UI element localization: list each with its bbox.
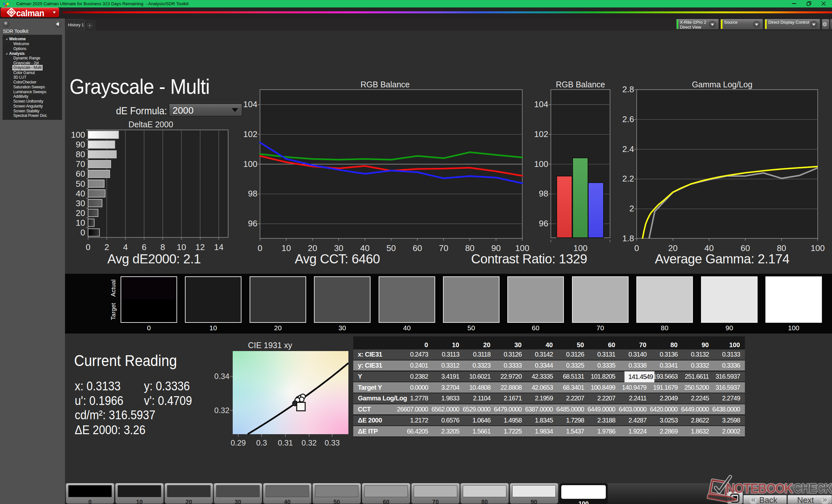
svg-text:6: 6 — [142, 242, 146, 252]
svg-text:0: 0 — [258, 243, 262, 253]
svg-text:0.3: 0.3 — [256, 439, 267, 447]
svg-text:12: 12 — [195, 242, 205, 252]
svg-text:102: 102 — [243, 129, 257, 139]
svg-text:60: 60 — [76, 169, 85, 178]
svg-text:96: 96 — [539, 219, 548, 228]
svg-text:4: 4 — [123, 242, 128, 252]
svg-text:40: 40 — [704, 243, 714, 253]
svg-text:40: 40 — [76, 189, 85, 198]
svg-text:100: 100 — [810, 243, 825, 253]
svg-text:20: 20 — [308, 243, 317, 253]
svg-text:0.32: 0.32 — [302, 439, 317, 447]
svg-text:Gamma Log/Log: Gamma Log/Log — [692, 80, 752, 89]
svg-text:10: 10 — [177, 242, 186, 252]
svg-text:50: 50 — [76, 179, 85, 189]
svg-text:0: 0 — [634, 243, 639, 253]
svg-text:2.2: 2.2 — [622, 174, 634, 184]
svg-text:80: 80 — [76, 149, 85, 159]
svg-text:14: 14 — [214, 242, 224, 252]
svg-text:100: 100 — [71, 130, 85, 140]
svg-text:10: 10 — [282, 243, 291, 253]
svg-text:0.33: 0.33 — [325, 439, 340, 447]
svg-text:30: 30 — [76, 198, 85, 208]
svg-text:40: 40 — [360, 243, 369, 253]
svg-text:0.29: 0.29 — [231, 439, 246, 447]
svg-text:98: 98 — [248, 189, 257, 198]
svg-text:CIE 1931 xy: CIE 1931 xy — [248, 341, 292, 350]
svg-text:96: 96 — [248, 219, 257, 228]
svg-text:60: 60 — [741, 243, 750, 253]
svg-text:102: 102 — [534, 129, 548, 139]
svg-text:60: 60 — [413, 243, 422, 253]
svg-text:10: 10 — [76, 218, 85, 228]
svg-text:CHECK: CHECK — [794, 480, 832, 496]
svg-text:100: 100 — [534, 159, 548, 169]
svg-text:8: 8 — [160, 242, 165, 252]
svg-text:98: 98 — [539, 189, 548, 198]
svg-text:0.32: 0.32 — [214, 406, 230, 415]
svg-text:104: 104 — [243, 100, 257, 109]
svg-text:50: 50 — [386, 243, 396, 253]
svg-text:90: 90 — [76, 140, 85, 149]
svg-text:0.34: 0.34 — [214, 372, 230, 381]
svg-text:2: 2 — [629, 204, 634, 213]
svg-text:100: 100 — [573, 243, 587, 253]
svg-text:0: 0 — [81, 228, 85, 237]
svg-text:DeltaE 2000: DeltaE 2000 — [128, 120, 173, 129]
svg-text:1.8: 1.8 — [622, 233, 634, 243]
svg-text:NOTEBOOK: NOTEBOOK — [726, 480, 793, 496]
svg-text:2.4: 2.4 — [622, 144, 634, 154]
svg-text:104: 104 — [534, 100, 548, 109]
svg-text:0: 0 — [86, 242, 90, 252]
svg-text:RGB Balance: RGB Balance — [360, 80, 410, 89]
svg-text:80: 80 — [465, 243, 474, 253]
svg-text:2.6: 2.6 — [622, 114, 634, 124]
svg-text:80: 80 — [777, 243, 786, 253]
svg-text:2.8: 2.8 — [622, 84, 634, 94]
svg-text:RGB Balance: RGB Balance — [556, 80, 605, 89]
svg-text:2: 2 — [104, 242, 109, 252]
svg-text:20: 20 — [668, 243, 678, 253]
svg-text:70: 70 — [76, 159, 85, 169]
svg-text:70: 70 — [439, 243, 448, 253]
svg-text:30: 30 — [334, 243, 343, 253]
svg-text:90: 90 — [491, 243, 501, 253]
svg-text:100: 100 — [243, 159, 257, 169]
svg-text:0.31: 0.31 — [278, 439, 293, 447]
svg-text:20: 20 — [76, 208, 85, 218]
